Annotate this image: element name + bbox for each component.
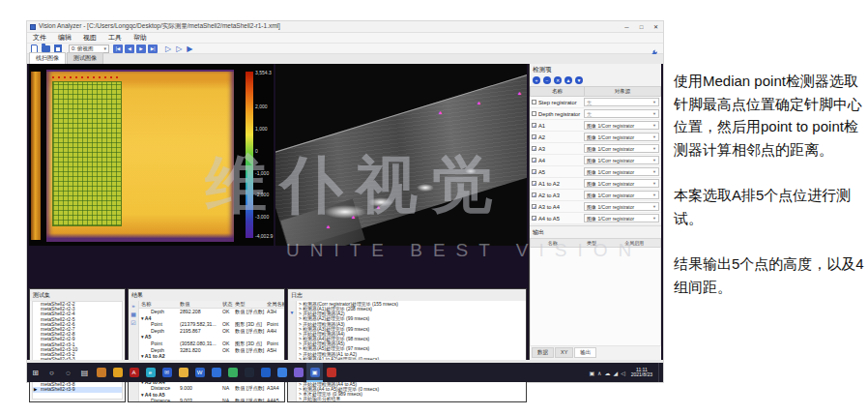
check-icon[interactable]: ☑: [130, 320, 135, 326]
scan-3d-view[interactable]: ▲▲▲▲▲▲: [275, 64, 527, 246]
run-button[interactable]: ▷: [165, 44, 171, 53]
caret-icon[interactable]: ▾: [141, 315, 144, 321]
source-select[interactable]: 图像 1/Corr registrator ▼: [584, 133, 659, 141]
detection-tool-button[interactable]: ✕: [554, 76, 562, 84]
detection-row[interactable]: Step registrator 无 ▼: [530, 97, 661, 108]
detection-row[interactable]: A2 to A3 图像 1/Corr registrator ▼: [530, 190, 661, 201]
tray-icon[interactable]: ◢: [614, 370, 619, 376]
result-row[interactable]: ▾ A5: [139, 334, 284, 341]
taskbar-system-icon[interactable]: ◌: [60, 363, 76, 382]
detection-row[interactable]: A3 图像 1/Corr registrator ▼: [530, 143, 661, 155]
taskbar-app-icon[interactable]: [323, 363, 339, 382]
result-row[interactable]: Depth 2892.208 OK 数值 [浮点数] A3H: [139, 309, 284, 315]
save-icon[interactable]: [54, 44, 62, 52]
taskbar-app-icon[interactable]: e: [142, 363, 159, 382]
enable-checkbox[interactable]: [532, 146, 536, 151]
taskbar-app-icon[interactable]: [109, 363, 126, 382]
enable-checkbox[interactable]: [532, 193, 536, 197]
result-row[interactable]: Depth 2195.867 OK 数值 [浮点数] A4H: [139, 328, 284, 335]
taskbar-app-icon[interactable]: W: [191, 363, 208, 382]
enable-checkbox[interactable]: [532, 181, 536, 186]
source-select[interactable]: 图像 1/Corr registrator ▼: [584, 144, 659, 153]
menu-item[interactable]: 视图: [77, 33, 102, 43]
menu-item[interactable]: 工具: [102, 33, 128, 43]
caret-icon[interactable]: ▾: [141, 353, 144, 359]
detection-row[interactable]: A4 to A5 图像 1/Corr registrator ▼: [530, 213, 661, 224]
taskbar-system-icon[interactable]: ○: [43, 363, 60, 382]
detection-tool-button[interactable]: +: [533, 76, 540, 84]
detection-row[interactable]: A1 to A2 图像 1/Corr registrator ▼: [530, 178, 661, 190]
source-select[interactable]: 图像 1/Corr registrator ▼: [584, 156, 659, 164]
taskbar-system-icon[interactable]: ⊞: [27, 363, 43, 382]
source-select[interactable]: 图像 1/Corr registrator ▼: [584, 202, 659, 211]
enable-checkbox[interactable]: [532, 134, 536, 139]
detection-tool-button[interactable]: ▲: [564, 76, 572, 84]
nav-button[interactable]: ▶: [136, 44, 146, 53]
nav-button[interactable]: ▶|: [148, 44, 158, 53]
caret-icon[interactable]: ▾: [141, 392, 144, 398]
filter-icon[interactable]: ▼: [290, 310, 295, 315]
tray-icon[interactable]: ▣: [589, 370, 594, 376]
enable-checkbox[interactable]: [532, 111, 536, 116]
panel-tab[interactable]: 输出: [574, 347, 596, 358]
enable-checkbox[interactable]: [532, 204, 536, 209]
enable-checkbox[interactable]: [532, 216, 536, 221]
result-row[interactable]: ▾ A1 to A2: [139, 353, 284, 360]
taskbar-app-icon[interactable]: [93, 363, 109, 382]
expand-icon[interactable]: »: [131, 303, 134, 309]
source-select[interactable]: 图像 1/Corr registrator ▼: [584, 214, 659, 222]
menu-item[interactable]: 文件: [27, 33, 52, 43]
run-button[interactable]: ▶: [187, 44, 192, 53]
detection-row[interactable]: A3 to A4 图像 1/Corr registrator ▼: [530, 201, 661, 213]
taskbar-app-icon[interactable]: ▣: [306, 363, 323, 382]
result-row[interactable]: Point (30582.080,31... OK 图形 [3D 点] Poin…: [139, 341, 284, 347]
grid-icon[interactable]: ▦: [130, 311, 136, 317]
tray-icon[interactable]: ∧: [597, 370, 601, 376]
output-empty-list[interactable]: [530, 248, 661, 346]
source-select[interactable]: 图像 1/Corr registrator ▼: [584, 179, 659, 188]
enable-checkbox[interactable]: [532, 123, 536, 128]
taskbar-app-icon[interactable]: [224, 363, 241, 382]
source-select[interactable]: 图像 1/Corr registrator ▼: [584, 121, 659, 130]
taskbar-app-icon[interactable]: [274, 363, 290, 382]
result-row[interactable]: Depth 3281.820 OK 数值 [浮点数] A5H: [139, 347, 284, 354]
result-row[interactable]: ▾ A4 to A5: [139, 392, 284, 399]
detection-tool-button[interactable]: −: [543, 76, 551, 84]
enable-checkbox[interactable]: [532, 100, 536, 104]
run-button[interactable]: ▷: [176, 44, 182, 53]
open-folder-icon[interactable]: [42, 45, 50, 52]
tray-icon[interactable]: ◁: [621, 370, 625, 376]
source-select[interactable]: 图像 1/Corr registrator ▼: [584, 167, 659, 176]
enable-checkbox[interactable]: [532, 169, 536, 174]
detection-row[interactable]: A4 图像 1/Corr registrator ▼: [530, 155, 661, 166]
source-select[interactable]: 图像 1/Corr registrator ▼: [584, 191, 659, 199]
nav-button[interactable]: |◀: [113, 44, 123, 53]
result-row[interactable]: Distance 9.003 NA 数值 [浮点数] A4A5: [139, 398, 284, 401]
detection-row[interactable]: A2 图像 1/Corr registrator ▼: [530, 132, 661, 143]
testset-item[interactable]: ▶metaShell2-r3-9: [33, 387, 122, 392]
taskbar-clock[interactable]: 11:11 2021/8/23: [628, 368, 655, 378]
image-tab[interactable]: 测试图像: [67, 52, 103, 64]
detection-tool-button[interactable]: ▼: [575, 76, 583, 84]
taskbar-app-icon[interactable]: [175, 363, 191, 382]
nav-button[interactable]: ◀: [125, 44, 134, 53]
detection-row[interactable]: A5 图像 1/Corr registrator ▼: [530, 166, 661, 178]
taskbar-app-icon[interactable]: [241, 363, 257, 382]
heatmap-view[interactable]: 3,554.32,0001,0000-1,000-2,000-3,000-4,0…: [29, 64, 274, 246]
result-row[interactable]: Point (21379.582,31... OK 图形 [3D 点] Poin…: [139, 321, 284, 328]
minimize-button[interactable]: ─: [620, 21, 634, 33]
taskbar-app-icon[interactable]: ✉: [159, 363, 175, 382]
result-row[interactable]: Distance 9.000 NA 数值 [浮点数] A3A4: [139, 385, 284, 392]
menu-item[interactable]: 编辑: [52, 33, 77, 43]
wrench-icon[interactable]: [649, 44, 657, 53]
menu-item[interactable]: 帮助: [128, 33, 153, 43]
detection-row[interactable]: Depth registrator 无 ▼: [530, 108, 661, 120]
show-desktop-button[interactable]: [658, 363, 661, 382]
panel-tab[interactable]: 数据: [532, 347, 554, 358]
image-tab[interactable]: 线扫图像: [29, 52, 66, 64]
close-button[interactable]: ✕: [649, 21, 663, 33]
caret-icon[interactable]: ▾: [141, 334, 144, 340]
enable-checkbox[interactable]: [532, 158, 536, 163]
result-row[interactable]: ▾ A4: [139, 315, 284, 322]
taskbar-app-icon[interactable]: A: [126, 363, 142, 382]
